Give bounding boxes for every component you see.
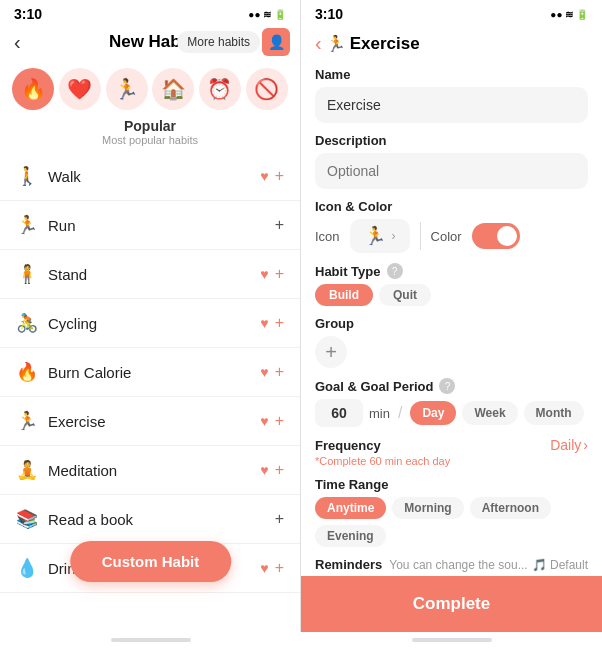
time-chip-anytime[interactable]: Anytime — [315, 497, 386, 519]
icon-fire[interactable]: 🔥 — [12, 68, 54, 110]
drinkwater-add-icon[interactable]: + — [275, 559, 284, 577]
goal-input[interactable] — [315, 399, 363, 427]
drinkwater-emoji: 💧 — [16, 557, 38, 579]
period-week[interactable]: Week — [462, 401, 517, 425]
habit-item-cycling[interactable]: 🚴 Cycling ♥ + — [0, 299, 300, 348]
left-header: ‹ New Habit More habits 👤 — [0, 26, 300, 58]
icon-color-label: Icon & Color — [315, 199, 588, 214]
more-habits-button[interactable]: More habits — [177, 31, 260, 53]
icon-color-divider — [420, 222, 421, 250]
icon-heart[interactable]: ❤️ — [59, 68, 101, 110]
reminder-text: You can change the sou... — [389, 558, 527, 572]
exercise-add-icon[interactable]: + — [275, 412, 284, 430]
meditation-add-icon[interactable]: + — [275, 461, 284, 479]
goal-label: Goal & Goal Period — [315, 379, 433, 394]
period-month[interactable]: Month — [524, 401, 584, 425]
icons-row: 🔥 ❤️ 🏃 🏠 ⏰ 🚫 — [0, 58, 300, 114]
type-build[interactable]: Build — [315, 284, 373, 306]
readbook-emoji: 📚 — [16, 508, 38, 530]
type-quit[interactable]: Quit — [379, 284, 431, 306]
habit-type-row: Build Quit — [315, 284, 588, 306]
icon-chevron: › — [392, 229, 396, 243]
burn-emoji: 🔥 — [16, 361, 38, 383]
right-back-button[interactable]: ‹ — [315, 32, 322, 55]
habit-item-meditation[interactable]: 🧘 Meditation ♥ + — [0, 446, 300, 495]
habit-type-label: Habit Type — [315, 264, 381, 279]
left-bottom-bar — [111, 638, 191, 642]
drinkwater-heart-icon[interactable]: ♥ — [260, 560, 268, 576]
complete-button[interactable]: Complete — [301, 576, 602, 632]
icon-clock[interactable]: ⏰ — [199, 68, 241, 110]
selected-icon-emoji: 🏃 — [364, 225, 386, 247]
exercise-emoji: 🏃 — [16, 410, 38, 432]
walk-label: Walk — [48, 168, 81, 185]
walk-emoji: 🚶 — [16, 165, 38, 187]
goal-help-icon[interactable]: ? — [439, 378, 455, 394]
left-back-button[interactable]: ‹ — [14, 31, 21, 54]
name-input[interactable] — [315, 87, 588, 123]
group-add-button[interactable]: + — [315, 336, 347, 368]
exercise-heart-icon[interactable]: ♥ — [260, 413, 268, 429]
time-chip-afternoon[interactable]: Afternoon — [470, 497, 551, 519]
meditation-heart-icon[interactable]: ♥ — [260, 462, 268, 478]
burn-label: Burn Calorie — [48, 364, 131, 381]
right-title-emoji: 🏃 — [326, 34, 346, 53]
icon-run[interactable]: 🏃 — [106, 68, 148, 110]
habit-item-burn[interactable]: 🔥 Burn Calorie ♥ + — [0, 348, 300, 397]
period-day[interactable]: Day — [410, 401, 456, 425]
description-input[interactable] — [315, 153, 588, 189]
description-label: Description — [315, 133, 588, 148]
meditation-emoji: 🧘 — [16, 459, 38, 481]
icon-color-row: Icon 🏃 › Color — [315, 219, 588, 253]
walk-heart-icon[interactable]: ♥ — [260, 168, 268, 184]
stand-add-icon[interactable]: + — [275, 265, 284, 283]
color-toggle[interactable] — [472, 223, 520, 249]
walk-add-icon[interactable]: + — [275, 167, 284, 185]
reminder-right: You can change the sou... 🎵 Default — [389, 558, 588, 572]
icon-home[interactable]: 🏠 — [152, 68, 194, 110]
run-label: Run — [48, 217, 76, 234]
right-content: Name Description Icon & Color Icon 🏃 › C… — [301, 59, 602, 576]
right-status-icons: ●● ≋ 🔋 — [550, 9, 588, 20]
frequency-row: Frequency Daily › — [315, 437, 588, 453]
run-add-icon[interactable]: + — [275, 216, 284, 234]
run-emoji: 🏃 — [16, 214, 38, 236]
habit-type-help-icon[interactable]: ? — [387, 263, 403, 279]
time-chip-evening[interactable]: Evening — [315, 525, 386, 547]
goal-unit: min — [369, 406, 390, 421]
reminders-label: Reminders — [315, 557, 382, 572]
burn-heart-icon[interactable]: ♥ — [260, 364, 268, 380]
habit-item-run[interactable]: 🏃 Run + — [0, 201, 300, 250]
habit-item-walk[interactable]: 🚶 Walk ♥ + — [0, 152, 300, 201]
cycling-add-icon[interactable]: + — [275, 314, 284, 332]
right-header: ‹ 🏃 Exercise — [301, 26, 602, 59]
stand-label: Stand — [48, 266, 87, 283]
time-chip-morning[interactable]: Morning — [392, 497, 463, 519]
profile-icon[interactable]: 👤 — [262, 28, 290, 56]
frequency-value[interactable]: Daily › — [550, 437, 588, 453]
icon-ban[interactable]: 🚫 — [246, 68, 288, 110]
icon-selector[interactable]: 🏃 › — [350, 219, 410, 253]
goal-divider: / — [398, 404, 402, 422]
goal-row: min / Day Week Month — [315, 399, 588, 427]
meditation-label: Meditation — [48, 462, 117, 479]
cycling-emoji: 🚴 — [16, 312, 38, 334]
frequency-label: Frequency — [315, 438, 381, 453]
name-label: Name — [315, 67, 588, 82]
habit-item-exercise[interactable]: 🏃 Exercise ♥ + — [0, 397, 300, 446]
habit-item-stand[interactable]: 🧍 Stand ♥ + — [0, 250, 300, 299]
right-bottom-bar — [412, 638, 492, 642]
custom-habit-button[interactable]: Custom Habit — [70, 541, 232, 582]
right-panel: 3:10 ●● ≋ 🔋 ‹ 🏃 Exercise Name Descriptio… — [301, 0, 602, 650]
readbook-add-icon[interactable]: + — [275, 510, 284, 528]
left-panel: 3:10 ●● ≋ 🔋 ‹ New Habit More habits 👤 🔥 … — [0, 0, 301, 650]
left-time: 3:10 — [14, 6, 42, 22]
cycling-heart-icon[interactable]: ♥ — [260, 315, 268, 331]
habit-item-readbook[interactable]: 📚 Read a book + — [0, 495, 300, 544]
cycling-label: Cycling — [48, 315, 97, 332]
right-status-bar: 3:10 ●● ≋ 🔋 — [301, 0, 602, 26]
reminders-row: Reminders You can change the sou... 🎵 De… — [315, 557, 588, 572]
stand-heart-icon[interactable]: ♥ — [260, 266, 268, 282]
group-label: Group — [315, 316, 588, 331]
burn-add-icon[interactable]: + — [275, 363, 284, 381]
